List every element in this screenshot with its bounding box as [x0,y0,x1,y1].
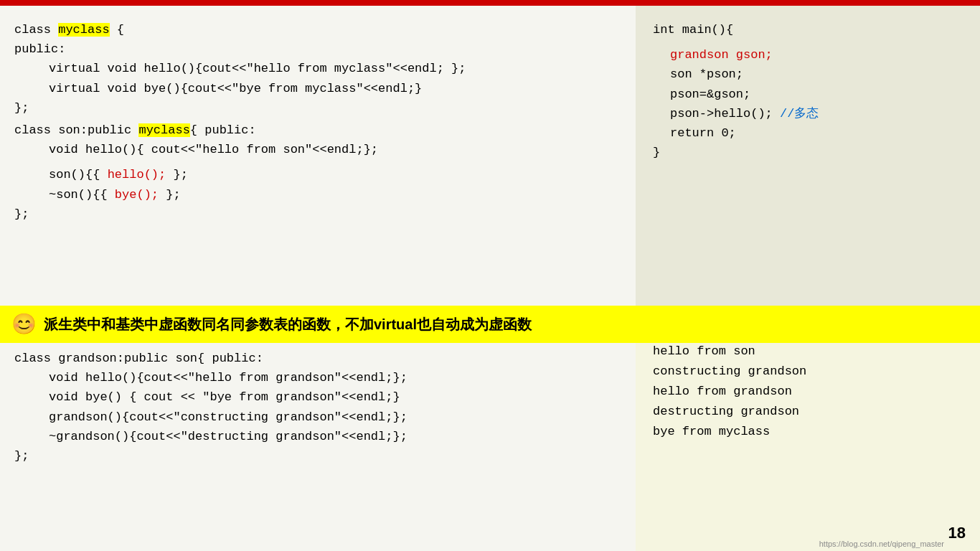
page-number: 18 [948,524,966,542]
right-line-6: } [653,143,963,162]
right-code-block: int main(){ grandson gson; son *pson; ps… [653,20,963,162]
code-line-7: void hello(){ cout<<"hello from son"<<en… [14,140,617,159]
red-hello: hello(); [108,168,166,182]
code-line-b1: class grandson:public son{ public: [14,349,617,368]
watermark: https://blog.csdn.net/qipeng_master [819,540,944,548]
comment-polymorphism: //多态 [780,107,819,121]
code-line-1: class myclass { [14,20,617,39]
code-line-b4: grandson(){cout<<"constructing grandson"… [14,408,617,427]
bottom-code-area: class grandson:public son{ public: void … [0,343,631,471]
right-line-4: pson->hello(); //多态 [653,104,963,123]
code-line-b3: void bye() { cout << "bye from grandson"… [14,387,617,407]
code-line-6: class son:public myclass{ public: [14,121,617,140]
spacer-2 [14,159,617,165]
code-line-4: virtual void bye(){cout<<"bye from mycla… [14,79,617,98]
result-item-3: hello from grandson [653,382,963,402]
code-line-10: ~son(){{ bye(); }; [14,185,617,204]
class-name-myclass: myclass [58,23,109,37]
right-panel-main: int main(){ grandson gson; son *pson; ps… [636,6,980,307]
top-bar [0,0,980,6]
class-name-myclass-2: myclass [138,123,189,137]
result-item-4: destructing grandson [653,402,963,422]
right-line-5: return 0; [653,123,963,143]
code-line-2: public: [14,39,617,59]
code-line-b2: void hello(){cout<<"hello from grandson"… [14,368,617,387]
right-panel-result: 结果： hello from son constructing grandson… [636,307,980,551]
keyword-class: class [14,23,58,37]
right-line-1: grandson gson; [653,45,963,65]
code-block-top: class myclass { public: virtual void hel… [14,20,617,224]
code-line-9: son(){{ hello(); }; [14,165,617,184]
right-line-3: pson=&gson; [653,85,963,104]
code-block-bottom: class grandson:public son{ public: void … [14,349,617,466]
result-item-1: hello from son [653,342,963,362]
result-item-2: constructing grandson [653,362,963,382]
code-line-b6: }; [14,446,617,466]
highlight-bar: 😊 派生类中和基类中虚函数同名同参数表的函数，不加virtual也自动成为虚函数 [0,306,980,343]
result-item-5: bye from myclass [653,422,963,442]
right-line-title: int main(){ [653,20,963,39]
code-line-11: }; [14,204,617,224]
right-spacer [653,39,963,45]
smiley-icon: 😊 [11,312,37,336]
code-line-b5: ~grandson(){cout<<"destructing grandson"… [14,427,617,446]
code-line-3: virtual void hello(){cout<<"hello from m… [14,59,617,78]
red-bye: bye(); [115,188,159,202]
code-line-5: }; [14,98,617,118]
right-line-2: son *pson; [653,65,963,84]
highlight-note: 派生类中和基类中虚函数同名同参数表的函数，不加virtual也自动成为虚函数 [44,315,532,334]
